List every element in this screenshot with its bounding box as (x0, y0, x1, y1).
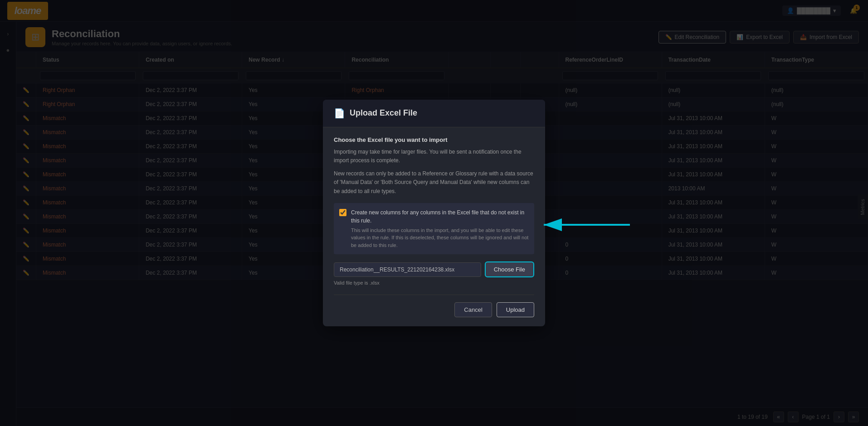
modal-header: 📄 Upload Excel File (323, 100, 545, 127)
modal-desc-2: New records can only be added to a Refer… (334, 169, 534, 196)
create-columns-checkbox[interactable] (339, 209, 346, 216)
file-hint: Valid file type is .xlsx (334, 280, 534, 286)
arrow-annotation (539, 216, 675, 261)
modal-footer: Cancel Upload (334, 295, 534, 317)
modal-overlay: 📄 Upload Excel File Choose the Excel fil… (0, 0, 868, 426)
checkbox-label: Create new columns for any columns in th… (351, 208, 529, 225)
modal-title: Upload Excel File (350, 108, 417, 118)
excel-file-icon: 📄 (334, 108, 345, 119)
choose-file-button[interactable]: Choose File (485, 261, 534, 277)
upload-button[interactable]: Upload (497, 302, 534, 317)
file-name-display: Reconciliation__RESULTS_221202164238.xls… (334, 262, 481, 277)
file-input-row: Reconciliation__RESULTS_221202164238.xls… (334, 261, 534, 277)
checkbox-text: Create new columns for any columns in th… (351, 208, 529, 249)
checkbox-sub: This will include these columns in the i… (351, 227, 529, 249)
modal-desc-1: Importing may take time for larger files… (334, 148, 534, 165)
modal-section-title: Choose the Excel file you want to import (334, 136, 534, 143)
upload-modal: 📄 Upload Excel File Choose the Excel fil… (323, 100, 545, 326)
create-columns-checkbox-row: Create new columns for any columns in th… (334, 203, 534, 255)
cancel-button[interactable]: Cancel (454, 302, 492, 317)
modal-body: Choose the Excel file you want to import… (323, 127, 545, 326)
